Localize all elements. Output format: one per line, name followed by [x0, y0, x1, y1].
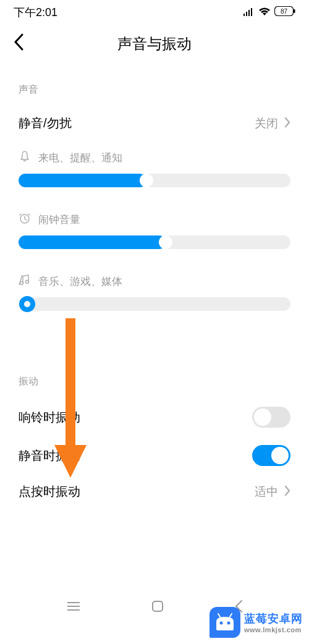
back-button[interactable] [14, 33, 23, 54]
dnd-value: 关闭 [255, 116, 278, 132]
tap-vibrate-label: 点按时振动 [19, 483, 80, 500]
svg-line-19 [218, 614, 220, 617]
ring-vibrate-row: 响铃时振动 [19, 407, 290, 428]
chevron-right-icon [284, 484, 290, 500]
ringtone-label: 来电、提醒、通知 [38, 151, 122, 165]
svg-rect-0 [243, 14, 245, 16]
svg-rect-6 [294, 9, 295, 13]
bell-icon [19, 150, 31, 165]
ringtone-slider-group: 来电、提醒、通知 [19, 150, 290, 187]
music-note-icon [19, 274, 31, 289]
svg-point-9 [26, 281, 29, 284]
tap-vibrate-row[interactable]: 点按时振动 适中 [19, 483, 290, 500]
alarm-slider-group: 闹钟音量 [19, 212, 290, 249]
svg-rect-1 [246, 12, 247, 16]
ringtone-slider[interactable] [19, 174, 290, 187]
ring-vibrate-label: 响铃时振动 [19, 409, 80, 426]
status-time: 下午2:01 [14, 5, 57, 20]
watermark-title: 蓝莓安卓网 [244, 611, 303, 626]
svg-point-17 [220, 622, 223, 625]
page-header: 声音与振动 [0, 22, 309, 70]
alarm-label: 闹钟音量 [38, 213, 80, 227]
nav-recent-icon[interactable] [66, 601, 81, 614]
section-sound-label: 声音 [19, 83, 290, 96]
section-sound: 声音 静音/勿扰 关闭 来电、提醒、通知 闹钟音量 [0, 83, 309, 311]
section-vibration: 振动 响铃时振动 静音时振动 点按时振动 适中 [0, 375, 309, 500]
silent-vibrate-toggle[interactable] [252, 445, 290, 466]
battery-icon: 87 [274, 6, 295, 19]
watermark: 蓝莓安卓网 www.lmkjst.com [210, 607, 303, 638]
media-slider[interactable] [19, 297, 290, 311]
status-bar: 下午2:01 87 [0, 0, 309, 22]
ring-vibrate-toggle[interactable] [252, 407, 290, 428]
page-title: 声音与振动 [117, 34, 192, 54]
nav-home-icon[interactable] [151, 600, 164, 615]
section-vibration-label: 振动 [19, 375, 290, 388]
svg-rect-3 [251, 8, 252, 16]
media-label: 音乐、游戏、媒体 [38, 274, 122, 289]
svg-point-18 [227, 622, 231, 625]
svg-line-10 [19, 275, 22, 285]
status-right: 87 [243, 6, 295, 19]
tap-vibrate-value: 适中 [255, 484, 278, 500]
svg-line-20 [230, 614, 232, 617]
media-slider-group: 音乐、游戏、媒体 [19, 274, 290, 311]
svg-text:87: 87 [281, 8, 288, 15]
silent-vibrate-label: 静音时振动 [19, 447, 80, 464]
svg-rect-16 [153, 601, 163, 611]
watermark-url: www.lmkjst.com [244, 626, 303, 633]
dnd-label: 静音/勿扰 [19, 115, 72, 132]
clock-icon [19, 212, 31, 227]
signal-icon [243, 6, 255, 19]
silent-vibrate-row: 静音时振动 [19, 445, 290, 466]
chevron-right-icon [284, 116, 290, 132]
svg-rect-2 [248, 10, 250, 16]
wifi-icon [258, 6, 271, 19]
alarm-slider[interactable] [19, 235, 290, 249]
watermark-logo-icon [210, 607, 240, 638]
dnd-row[interactable]: 静音/勿扰 关闭 [19, 115, 290, 132]
